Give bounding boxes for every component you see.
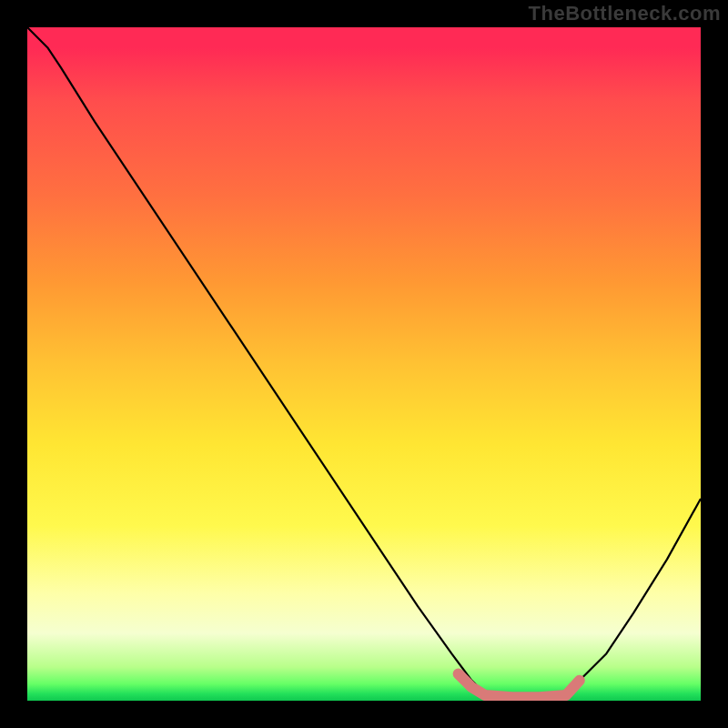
plot-area [27, 27, 701, 701]
chart-container: TheBottleneck.com [0, 0, 728, 728]
watermark-text: TheBottleneck.com [529, 2, 721, 25]
optimal-range-highlight [27, 27, 701, 701]
